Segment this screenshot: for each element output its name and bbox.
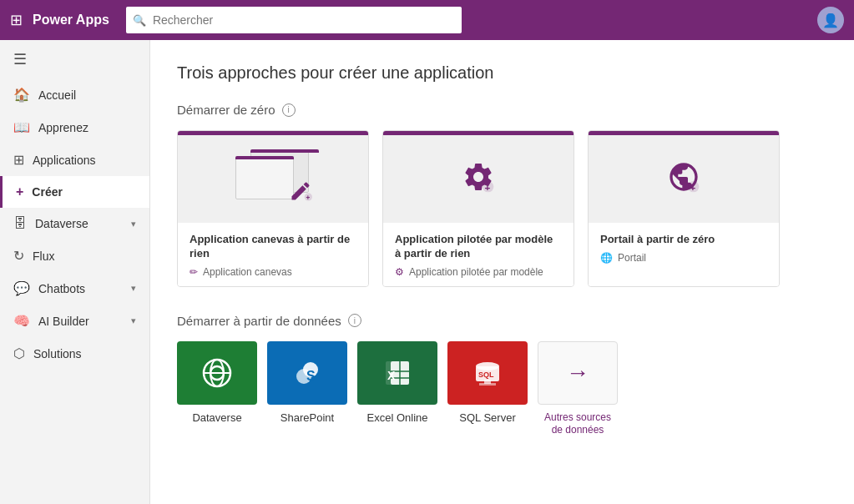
globe-plus-icon: + <box>667 160 700 194</box>
svg-rect-23 <box>479 383 496 386</box>
ai-icon: 🧠 <box>13 313 30 329</box>
svg-text:+: + <box>306 194 310 202</box>
globe-small-icon: 🌐 <box>600 252 613 264</box>
card-portal-subtitle: 🌐 Portail <box>600 252 767 264</box>
tile-excel-box: X <box>357 341 437 405</box>
arrow-right-icon: → <box>566 360 589 386</box>
svg-text:+: + <box>690 182 696 193</box>
dataverse-icon: 🗄 <box>13 216 27 231</box>
card-canvas-subtitle: ✏ Application canevas <box>189 266 356 278</box>
sidebar-label-apprenez: Apprenez <box>38 121 88 134</box>
sidebar-item-chatbots[interactable]: 💬 Chatbots ▾ <box>0 272 149 305</box>
page-title: Trois approches pour créer une applicati… <box>177 63 827 83</box>
sidebar-item-accueil[interactable]: 🏠 Accueil <box>0 78 149 111</box>
sidebar-label-applications: Applications <box>33 154 96 167</box>
tiles-row: Dataverse S SharePoint <box>177 341 827 437</box>
sidebar-label-solutions: Solutions <box>33 347 82 360</box>
section-header-data: Démarrer à partir de données i <box>177 314 827 328</box>
section-label-zero: Démarrer de zéro <box>177 103 275 117</box>
sidebar-label-dataverse: Dataverse <box>35 217 88 230</box>
sidebar-label-flux: Flux <box>33 249 54 263</box>
home-icon: 🏠 <box>13 87 30 103</box>
tile-excel[interactable]: X Excel Online <box>357 341 437 424</box>
svg-text:S: S <box>306 369 316 383</box>
card-portal-image: + <box>589 131 779 223</box>
svg-text:SQL: SQL <box>478 370 494 379</box>
card-portal[interactable]: + Portail à partir de zéro 🌐 Portail <box>588 130 780 287</box>
svg-text:X: X <box>387 369 396 382</box>
pencil-small-icon: ✏ <box>189 266 198 278</box>
pencil-icon: + <box>289 179 312 203</box>
section-header-zero: Démarrer de zéro i <box>177 103 827 117</box>
header: ⊞ Power Apps 🔍 👤 <box>0 0 854 40</box>
plus-icon: + <box>16 184 23 199</box>
card-canvas-image: + <box>178 131 368 223</box>
tile-dataverse-box <box>177 341 257 405</box>
sidebar: ☰ 🏠 Accueil 📖 Apprenez ⊞ Applications + … <box>0 40 150 504</box>
card-canvas-body: Application canevas à partir de rien ✏ A… <box>178 223 368 286</box>
tile-autres-label: Autres sources de données <box>538 411 618 437</box>
sidebar-label-chatbots: Chatbots <box>38 282 85 295</box>
tile-sql[interactable]: SQL SQL Server <box>447 341 528 424</box>
gear-small-icon: ⚙ <box>395 266 404 278</box>
layout: ☰ 🏠 Accueil 📖 Apprenez ⊞ Applications + … <box>0 40 854 504</box>
sidebar-item-ai-builder[interactable]: 🧠 AI Builder ▾ <box>0 305 149 337</box>
dataverse-tile-icon <box>199 355 235 391</box>
sql-tile-icon: SQL <box>469 355 506 391</box>
gear-plus-icon: + <box>462 160 495 194</box>
chevron-down-icon-2: ▾ <box>131 283 136 294</box>
learn-icon: 📖 <box>13 119 30 135</box>
section-label-data: Démarrer à partir de données <box>177 314 341 328</box>
tile-autres[interactable]: → Autres sources de données <box>538 341 618 437</box>
cards-row: + Application canevas à partir de rien ✏… <box>177 130 827 287</box>
card-canvas-title: Application canevas à partir de rien <box>189 233 356 261</box>
svg-text:+: + <box>485 182 491 193</box>
sidebar-item-solutions[interactable]: ⬡ Solutions <box>0 337 149 370</box>
solutions-icon: ⬡ <box>13 345 25 361</box>
card-model-body: Application pilotée par modèle à partir … <box>383 223 574 286</box>
tile-dataverse[interactable]: Dataverse <box>177 341 257 424</box>
tile-sharepoint-label: SharePoint <box>280 411 334 424</box>
app-logo: Power Apps <box>33 13 109 28</box>
card-portal-title: Portail à partir de zéro <box>600 233 767 247</box>
search-input[interactable] <box>126 7 462 33</box>
tile-excel-label: Excel Online <box>367 411 428 424</box>
chevron-down-icon-3: ▾ <box>131 315 136 326</box>
apps-icon: ⊞ <box>13 152 24 168</box>
chevron-down-icon: ▾ <box>131 219 136 229</box>
sidebar-item-flux[interactable]: ↻ Flux <box>0 239 149 272</box>
tile-autres-box: → <box>538 341 618 405</box>
grid-icon[interactable]: ⊞ <box>10 11 23 29</box>
search-wrapper: 🔍 <box>126 7 462 33</box>
card-model-image: + <box>383 131 574 223</box>
svg-point-20 <box>476 362 499 370</box>
sidebar-label-ai: AI Builder <box>38 315 89 328</box>
flux-icon: ↻ <box>13 248 24 264</box>
card-portal-body: Portail à partir de zéro 🌐 Portail <box>589 223 779 286</box>
search-icon: 🔍 <box>133 14 146 27</box>
sidebar-item-dataverse[interactable]: 🗄 Dataverse ▾ <box>0 208 149 239</box>
sidebar-item-creer[interactable]: + Créer <box>0 176 149 208</box>
card-model[interactable]: + Application pilotée par modèle à parti… <box>382 130 574 287</box>
tile-sql-box: SQL <box>447 341 528 405</box>
avatar[interactable]: 👤 <box>817 7 844 33</box>
main-content: Trois approches pour créer une applicati… <box>150 40 854 504</box>
excel-tile-icon: X <box>379 355 416 391</box>
sidebar-item-apprenez[interactable]: 📖 Apprenez <box>0 111 149 144</box>
chatbots-icon: 💬 <box>13 280 30 296</box>
sidebar-label-creer: Créer <box>32 185 63 199</box>
info-icon-data[interactable]: i <box>348 314 361 327</box>
tile-sql-label: SQL Server <box>459 411 515 424</box>
tile-sharepoint[interactable]: S SharePoint <box>267 341 347 424</box>
card-model-title: Application pilotée par modèle à partir … <box>395 233 562 261</box>
sidebar-item-applications[interactable]: ⊞ Applications <box>0 144 149 176</box>
sharepoint-tile-icon: S <box>289 355 326 391</box>
tile-dataverse-label: Dataverse <box>192 411 241 424</box>
tile-sharepoint-box: S <box>267 341 347 405</box>
card-model-subtitle: ⚙ Application pilotée par modèle <box>395 266 562 278</box>
sidebar-label-accueil: Accueil <box>38 88 76 102</box>
card-canvas[interactable]: + Application canevas à partir de rien ✏… <box>177 130 369 287</box>
sidebar-toggle[interactable]: ☰ <box>0 40 149 78</box>
info-icon-zero[interactable]: i <box>282 103 296 117</box>
